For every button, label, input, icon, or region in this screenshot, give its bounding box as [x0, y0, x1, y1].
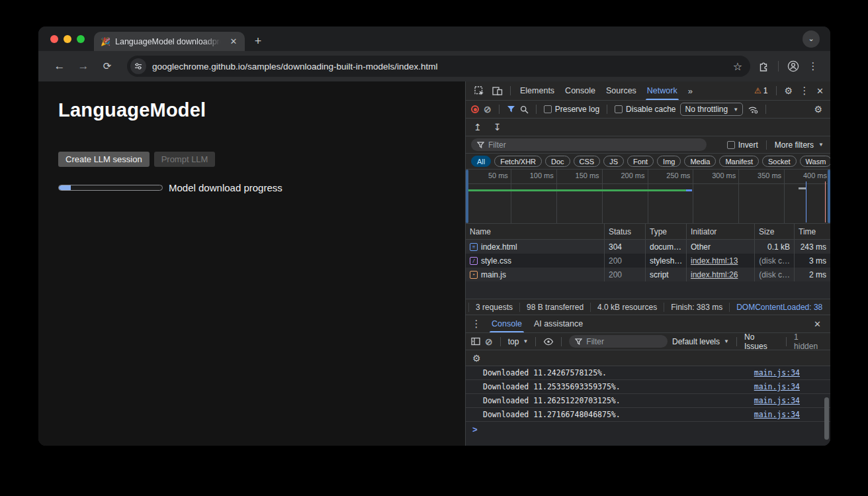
devtools-settings-gear-icon[interactable]: ⚙: [785, 85, 793, 96]
tab-close-icon[interactable]: ✕: [228, 36, 239, 48]
site-info-icon[interactable]: [130, 58, 146, 74]
console-settings-gear-icon[interactable]: ⚙: [472, 353, 481, 364]
live-expression-eye-icon[interactable]: [543, 338, 554, 346]
minimize-window-button[interactable]: [64, 35, 71, 43]
network-conditions-wifi-icon[interactable]: [748, 105, 758, 114]
initiator-link[interactable]: index.html:13: [691, 256, 738, 266]
divider: [765, 105, 766, 114]
device-toolbar-icon[interactable]: [489, 86, 506, 96]
network-settings-gear-icon[interactable]: ⚙: [814, 104, 822, 115]
initiator-link[interactable]: index.html:26: [691, 270, 738, 279]
request-type-chip[interactable]: Manifest: [719, 156, 759, 167]
column-header-size[interactable]: Size: [755, 224, 795, 239]
tab-search-chevron-icon[interactable]: ⌄: [803, 30, 820, 48]
execution-context-select[interactable]: top ▼: [508, 337, 529, 346]
request-type-chip[interactable]: JS: [603, 156, 624, 167]
filter-funnel-icon[interactable]: [507, 105, 515, 113]
back-button[interactable]: ←: [50, 60, 69, 73]
profile-avatar-icon[interactable]: [785, 60, 801, 72]
chevron-down-icon: ▼: [818, 142, 824, 148]
column-header-initiator[interactable]: Initiator: [687, 224, 755, 239]
request-type-chip[interactable]: Wasm: [800, 156, 830, 167]
console-message: Downloaded 11.27166748046875%. main.js:3…: [466, 408, 830, 422]
console-source-link[interactable]: main.js:34: [754, 396, 800, 405]
close-window-button[interactable]: [50, 35, 58, 43]
scrollbar-thumb[interactable]: [824, 397, 829, 440]
warning-indicator[interactable]: ⚠1: [754, 86, 767, 95]
devtools-tab[interactable]: Sources: [601, 81, 642, 100]
console-sidebar-icon[interactable]: [471, 337, 480, 346]
throttling-select[interactable]: No throttling ▼: [680, 103, 743, 116]
request-type-chip[interactable]: Socket: [762, 156, 797, 167]
request-type-chip[interactable]: Fetch/XHR: [494, 156, 542, 167]
request-time-cell: 3 ms: [795, 254, 830, 268]
console-prompt[interactable]: >: [466, 422, 830, 436]
devtools-close-icon[interactable]: ✕: [816, 86, 824, 96]
initiator-link[interactable]: Other: [691, 242, 711, 252]
drawer-close-icon[interactable]: ✕: [814, 319, 821, 329]
reload-button[interactable]: ⟳: [98, 60, 116, 72]
column-header-status[interactable]: Status: [605, 224, 646, 239]
hidden-messages-label[interactable]: 1 hidden: [794, 332, 824, 351]
preserve-log-checkbox[interactable]: Preserve log: [544, 105, 599, 114]
request-name: index.html: [481, 242, 517, 252]
console-source-link[interactable]: main.js:34: [754, 382, 800, 391]
console-source-link[interactable]: main.js:34: [754, 368, 800, 377]
devtools-menu-kebab-icon[interactable]: ⋮: [798, 85, 811, 97]
request-size: 0.1 kB: [767, 242, 790, 252]
record-network-log-icon[interactable]: [471, 105, 479, 113]
network-overview-timeline[interactable]: 50 ms100 ms150 ms200 ms250 ms300 ms350 m…: [466, 170, 830, 224]
request-name-cell: ≡ index.html: [466, 240, 605, 254]
console-source-link[interactable]: main.js:34: [754, 410, 800, 419]
table-row[interactable]: • main.js 200 script index: [466, 268, 830, 281]
import-har-icon[interactable]: ↥: [474, 122, 482, 132]
request-type-chip[interactable]: Media: [684, 156, 716, 167]
request-type-chip[interactable]: Font: [627, 156, 654, 167]
search-icon[interactable]: [520, 105, 529, 114]
request-type-chip[interactable]: All: [471, 156, 491, 167]
more-filters-dropdown[interactable]: More filters ▼: [775, 140, 824, 150]
network-filter-row: Invert More filters ▼: [466, 136, 830, 154]
table-row[interactable]: / style.css 200 stylesh… i: [466, 254, 830, 268]
browser-tab[interactable]: 🎉 LanguageModel downloadpro ✕: [94, 32, 245, 51]
request-type-chip[interactable]: Doc: [545, 156, 570, 167]
new-tab-button[interactable]: +: [249, 32, 267, 51]
export-har-icon[interactable]: ↧: [494, 122, 501, 132]
devtools-tab[interactable]: Console: [560, 81, 601, 100]
zoom-window-button[interactable]: [77, 35, 85, 43]
request-type-chip[interactable]: Img: [657, 156, 681, 167]
overview-right-handle[interactable]: [828, 170, 830, 223]
overview-left-handle[interactable]: [466, 170, 468, 223]
create-llm-session-button[interactable]: Create LLM session: [58, 152, 150, 167]
disable-cache-checkbox[interactable]: Disable cache: [615, 105, 675, 114]
clear-network-log-icon[interactable]: ⊘: [484, 104, 492, 115]
column-header-name[interactable]: Name: [466, 224, 605, 239]
table-empty-filler: [466, 281, 830, 299]
forward-button[interactable]: →: [74, 60, 93, 73]
log-levels-select[interactable]: Default levels ▼: [672, 337, 729, 346]
browser-menu-kebab-icon[interactable]: ⋮: [806, 60, 820, 72]
devtools-tab[interactable]: Elements: [515, 81, 560, 100]
request-size-cell: (disk c…: [755, 268, 795, 281]
bookmark-star-icon[interactable]: ☆: [732, 60, 744, 73]
no-issues-label[interactable]: No Issues: [744, 332, 779, 351]
more-tabs-chevrons-icon[interactable]: »: [684, 86, 697, 96]
drawer-tab[interactable]: AI assistance: [528, 315, 589, 332]
devtools-tab[interactable]: Network: [642, 81, 683, 100]
console-filter-input[interactable]: [586, 337, 662, 346]
address-bar[interactable]: googlechrome.github.io/samples/downloadi…: [127, 56, 750, 77]
drawer-tab[interactable]: Console: [486, 315, 528, 332]
tab-title: LanguageModel downloadpro: [115, 37, 223, 46]
request-type-cell: stylesh…: [646, 254, 687, 268]
extensions-puzzle-icon[interactable]: [756, 61, 771, 72]
clear-console-icon[interactable]: ⊘: [485, 336, 493, 347]
request-type-chip[interactable]: CSS: [574, 156, 601, 167]
drawer-menu-kebab-icon[interactable]: ⋮: [470, 318, 483, 330]
column-header-type[interactable]: Type: [646, 224, 687, 239]
model-download-progress-bar: [58, 185, 163, 191]
inspect-element-icon[interactable]: [471, 86, 488, 96]
column-header-time[interactable]: Time: [795, 224, 830, 239]
network-filter-input[interactable]: [488, 140, 701, 150]
invert-checkbox[interactable]: Invert: [727, 140, 758, 150]
table-row[interactable]: ≡ index.html 304 docum… Ot: [466, 240, 830, 254]
